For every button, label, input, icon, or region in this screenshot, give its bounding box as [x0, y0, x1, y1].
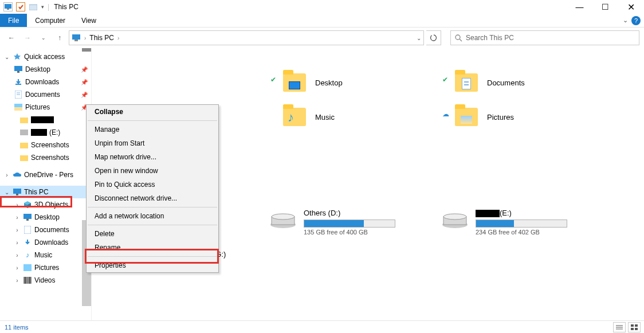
ctx-delete[interactable]: Delete [87, 227, 218, 241]
ctx-new-window[interactable]: Open in new window [87, 164, 218, 178]
tree-label: OneDrive - Pers [24, 171, 73, 179]
chevron-right-icon[interactable]: › [3, 172, 10, 178]
details-view-button[interactable] [613, 322, 626, 332]
thispc-qat-icon[interactable] [3, 2, 13, 11]
tree-this-pc[interactable]: ⌄ This PC [0, 186, 91, 198]
folder-pictures[interactable]: ☁ Pictures [453, 105, 602, 128]
context-menu: Collapse Manage Unpin from Start Map net… [86, 104, 219, 273]
tree-music-pc[interactable]: › ♪ Music [0, 249, 91, 261]
svg-rect-9 [15, 84, 21, 85]
cube-icon [23, 200, 32, 209]
drive-icon [269, 209, 297, 229]
address-bar[interactable]: › This PC › ⌄ [69, 30, 424, 45]
refresh-button[interactable] [426, 30, 441, 45]
chevron-right-icon[interactable]: › [14, 265, 21, 271]
tree-desktop-pc[interactable]: › Desktop [0, 211, 91, 224]
status-item-count: 11 items [5, 324, 29, 331]
tree-desktop[interactable]: Desktop 📌 [0, 63, 91, 76]
ctx-pin-qa[interactable]: Pin to Quick access [87, 178, 218, 191]
forward-button[interactable]: → [21, 31, 34, 45]
tree-folder-redacted[interactable] [0, 113, 91, 126]
folder-documents[interactable]: ✔ Documents [453, 71, 602, 94]
menu-separator [88, 207, 217, 207]
close-button[interactable]: ✕ [618, 0, 644, 14]
tree-label: Quick access [24, 53, 65, 61]
nav-bar: ← → ⌄ ↑ › This PC › ⌄ Search This PC [0, 28, 644, 48]
ctx-unpin[interactable]: Unpin from Start [87, 136, 218, 150]
tree-3d-objects[interactable]: › 3D Objects [0, 198, 91, 211]
up-button[interactable]: ↑ [53, 31, 66, 45]
minimize-button[interactable]: — [567, 0, 592, 14]
menu-separator [88, 225, 217, 225]
folder-desktop[interactable]: ✔ Desktop [281, 71, 430, 94]
title-bar: ▾ | This PC — ☐ ✕ [0, 0, 644, 14]
qat-dropdown-icon[interactable]: ▾ [41, 4, 44, 10]
tree-screenshots[interactable]: Screenshots [0, 151, 91, 164]
chevron-right-icon[interactable]: › [14, 277, 21, 284]
svg-rect-23 [24, 226, 31, 234]
chevron-right-icon[interactable]: › [14, 227, 21, 233]
drive-label: (E:) [500, 209, 512, 217]
tree-quick-access[interactable]: ⌄ Quick access [0, 50, 91, 63]
picture-icon [23, 263, 32, 272]
ctx-disconnect[interactable]: Disconnect network drive... [87, 191, 218, 205]
tree-documents[interactable]: Documents 📌 [0, 88, 91, 101]
svg-rect-15 [20, 117, 28, 123]
ctx-add-location[interactable]: Add a network location [87, 209, 218, 223]
drive-e[interactable]: (E:) 234 GB free of 402 GB [441, 209, 590, 236]
chevron-right-icon[interactable]: › [14, 240, 21, 246]
newfolder-qat-icon[interactable] [29, 2, 38, 11]
ctx-manage[interactable]: Manage [87, 123, 218, 136]
tab-file[interactable]: File [0, 14, 27, 27]
tab-computer[interactable]: Computer [27, 14, 73, 27]
properties-qat-icon[interactable] [16, 2, 25, 11]
tree-label: Pictures [34, 264, 59, 272]
svg-rect-18 [20, 155, 28, 161]
tree-pictures[interactable]: Pictures 📌 [0, 101, 91, 113]
drive-usage-bar [476, 220, 567, 228]
address-dropdown-icon[interactable]: ⌄ [417, 35, 421, 41]
chevron-down-icon[interactable]: ⌄ [3, 189, 10, 195]
svg-rect-24 [23, 264, 32, 271]
ctx-rename[interactable]: Rename [87, 241, 218, 254]
pin-icon: 📌 [81, 92, 88, 98]
tab-view[interactable]: View [73, 14, 104, 27]
chevron-right-icon[interactable]: › [14, 252, 21, 258]
menu-separator [88, 120, 217, 121]
tree-documents-pc[interactable]: › Documents [0, 224, 91, 236]
tree-drive-e[interactable]: (E:) [0, 126, 91, 139]
tree-onedrive[interactable]: › OneDrive - Pers [0, 169, 91, 181]
drive-label: Others (D:) [304, 209, 395, 217]
tree-downloads-pc[interactable]: › Downloads [0, 236, 91, 249]
recent-dropdown-icon[interactable]: ⌄ [37, 31, 50, 45]
sidebar-scrollbar[interactable] [82, 48, 91, 52]
ctx-properties[interactable]: Properties [87, 258, 218, 272]
chevron-right-icon[interactable]: › [14, 202, 21, 208]
tree-downloads[interactable]: Downloads 📌 [0, 76, 91, 88]
chevron-right-icon[interactable]: › [14, 214, 21, 221]
chevron-down-icon[interactable]: ⌄ [3, 54, 10, 60]
drive-d[interactable]: Others (D:) 135 GB free of 400 GB [269, 209, 418, 236]
search-box[interactable]: Search This PC [450, 30, 639, 45]
tree-label: Pictures [25, 103, 50, 111]
redacted-label [476, 210, 500, 217]
tree-pictures-pc[interactable]: › Pictures [0, 261, 91, 274]
tree-screenshots[interactable]: Screenshots [0, 139, 91, 151]
back-button[interactable]: ← [5, 31, 18, 45]
breadcrumb-root[interactable]: This PC [89, 34, 114, 42]
ctx-collapse[interactable]: Collapse [87, 105, 218, 119]
tree-label: Desktop [25, 65, 50, 73]
folder-music[interactable]: ♪ Music [281, 105, 430, 128]
svg-rect-44 [635, 328, 638, 330]
download-icon [23, 238, 32, 247]
status-bar: 11 items [0, 320, 644, 333]
ctx-map-drive[interactable]: Map network drive... [87, 150, 218, 164]
ribbon-collapse-icon[interactable]: ⌄ [623, 17, 628, 24]
tree-label: Desktop [34, 213, 60, 221]
help-icon[interactable]: ? [631, 16, 641, 25]
maximize-button[interactable]: ☐ [592, 0, 618, 14]
svg-rect-43 [631, 328, 634, 330]
tree-videos-pc[interactable]: › Videos [0, 274, 91, 287]
tiles-view-button[interactable] [628, 322, 641, 332]
drive-icon [441, 209, 469, 229]
